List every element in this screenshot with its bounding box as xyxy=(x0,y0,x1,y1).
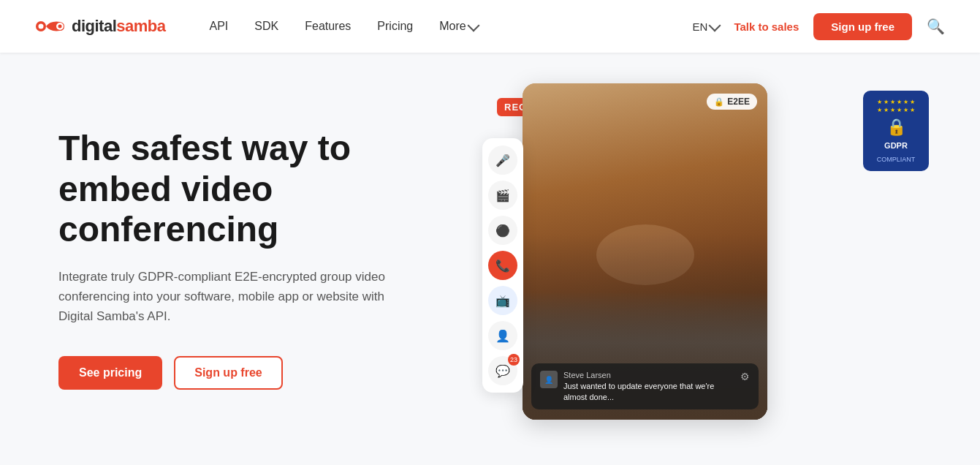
nav-item-features[interactable]: Features xyxy=(305,20,351,33)
chevron-down-icon xyxy=(467,19,479,31)
hero-right: REC 🎤 🎬 ⚫ 📞 📺 👤 💬 23 xyxy=(453,83,922,434)
mic-button[interactable]: 🎤 xyxy=(488,145,517,175)
gdpr-label: GDPR xyxy=(884,141,908,151)
gdpr-stars: ★ ★ ★ ★ ★ ★ ★ ★ ★ ★ ★ ★ xyxy=(876,99,916,113)
language-selector[interactable]: EN xyxy=(693,20,720,33)
hero-buttons: See pricing Sign up free xyxy=(58,356,453,390)
search-icon[interactable]: 🔍 xyxy=(927,18,945,35)
nav-right: EN Talk to sales Sign up free 🔍 xyxy=(693,13,945,40)
logo-icon xyxy=(35,16,66,37)
talk-to-sales-link[interactable]: Talk to sales xyxy=(734,20,799,33)
hero-left: The safest way to embed video conferenci… xyxy=(58,128,453,389)
chat-button[interactable]: 💬 23 xyxy=(488,356,517,385)
chat-avatar: 👤 xyxy=(540,371,558,388)
hero-subtitle: Integrate truly GDPR-compliant E2E-encry… xyxy=(58,267,409,327)
svg-point-1 xyxy=(39,24,44,29)
participants-button[interactable]: 👤 xyxy=(488,321,517,350)
svg-point-3 xyxy=(58,25,62,29)
chat-message: Just wanted to update everyone that we'r… xyxy=(563,381,734,402)
nav-item-sdk[interactable]: SDK xyxy=(254,20,278,33)
nav-item-api[interactable]: API xyxy=(210,20,229,33)
e2ee-badge: 🔒 E2EE xyxy=(707,94,757,110)
signup-button-nav[interactable]: Sign up free xyxy=(813,13,912,40)
chat-badge: 23 xyxy=(508,354,520,366)
gdpr-sublabel: COMPLIANT xyxy=(877,156,916,163)
see-pricing-button[interactable]: See pricing xyxy=(58,356,162,390)
chat-notification: 👤 Steve Larsen Just wanted to update eve… xyxy=(531,363,759,409)
record-button[interactable]: ⚫ xyxy=(488,216,517,245)
nav-item-more[interactable]: More xyxy=(439,20,477,33)
gdpr-badge: ★ ★ ★ ★ ★ ★ ★ ★ ★ ★ ★ ★ 🔒 GDPR COMPLIANT xyxy=(863,91,929,171)
lock-icon: 🔒 xyxy=(714,97,724,107)
hero-title: The safest way to embed video conferenci… xyxy=(58,128,438,249)
logo-link[interactable]: digitalsamba xyxy=(35,16,166,37)
screen-share-button[interactable]: 📺 xyxy=(488,286,517,315)
navbar: digitalsamba API SDK Features Pricing Mo… xyxy=(0,0,980,53)
phone-button[interactable]: 📞 xyxy=(488,251,517,280)
logo-text: digitalsamba xyxy=(72,17,166,36)
nav-links: API SDK Features Pricing More xyxy=(210,20,478,33)
camera-button[interactable]: 🎬 xyxy=(488,181,517,210)
nav-item-pricing[interactable]: Pricing xyxy=(377,20,413,33)
control-panel: 🎤 🎬 ⚫ 📞 📺 👤 💬 23 xyxy=(482,138,523,393)
video-frame: 🔒 E2EE 👤 Steve Larsen Just wanted to upd… xyxy=(523,83,767,420)
gdpr-lock-icon: 🔒 xyxy=(886,118,906,137)
chat-content: Steve Larsen Just wanted to update every… xyxy=(563,371,734,402)
signup-button-hero[interactable]: Sign up free xyxy=(174,356,282,390)
chat-settings-icon[interactable]: ⚙ xyxy=(740,371,750,382)
hero-section: The safest way to embed video conferenci… xyxy=(0,53,980,465)
lang-chevron-icon xyxy=(709,19,721,31)
chat-person-name: Steve Larsen xyxy=(563,371,734,379)
